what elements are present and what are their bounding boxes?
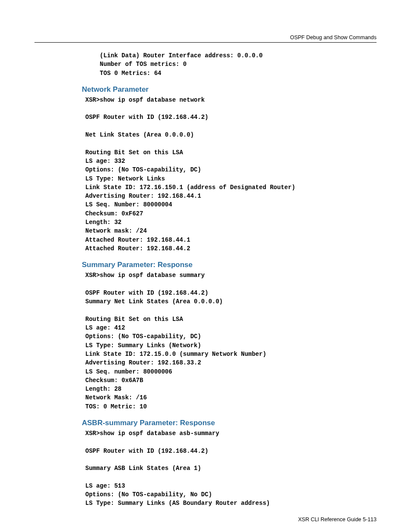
page-footer: XSR CLI Reference Guide 5-113 [34, 516, 377, 523]
section-heading-summary: Summary Parameter: Response [82, 261, 377, 269]
summary-terminal-output: XSR>show ip ospf database summary OSPF R… [85, 271, 377, 411]
asbr-terminal-output: XSR>show ip ospf database asb-summary OS… [85, 429, 377, 508]
intro-terminal-output: (Link Data) Router Interface address: 0.… [85, 51, 377, 78]
network-terminal-output: XSR>show ip ospf database network OSPF R… [85, 96, 377, 253]
page-content: (Link Data) Router Interface address: 0.… [34, 51, 377, 508]
section-heading-asbr: ASBR-summary Parameter: Response [82, 419, 377, 427]
section-heading-network: Network Parameter [82, 85, 377, 94]
running-header: OSPF Debug and Show Commands [34, 34, 377, 43]
